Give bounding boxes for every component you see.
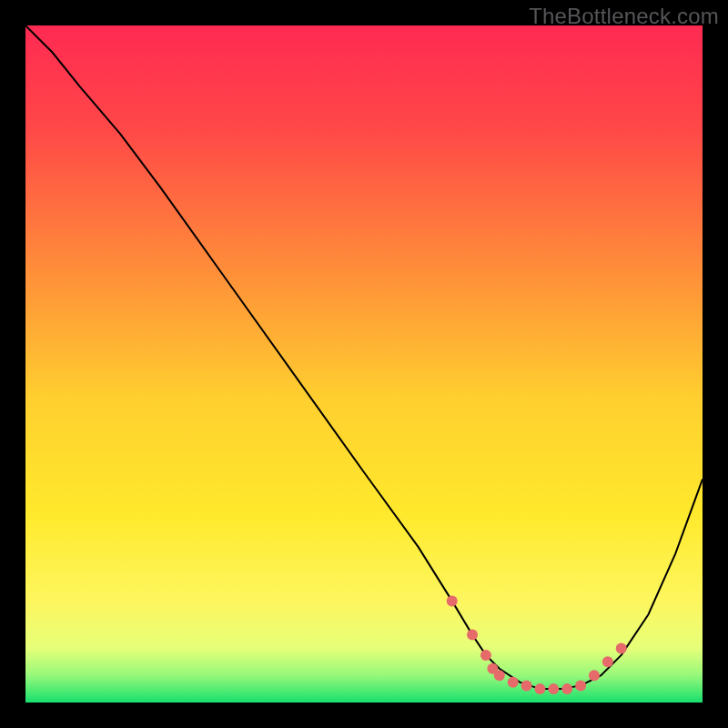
sweet-spot-point bbox=[561, 683, 572, 694]
sweet-spot-point bbox=[534, 683, 545, 694]
sweet-spot-point bbox=[467, 630, 478, 641]
bottleneck-chart bbox=[25, 25, 703, 703]
sweet-spot-point bbox=[480, 650, 491, 661]
sweet-spot-point bbox=[521, 680, 532, 691]
watermark-text: TheBottleneck.com bbox=[529, 4, 719, 29]
sweet-spot-point bbox=[447, 595, 458, 606]
sweet-spot-point bbox=[616, 642, 627, 653]
sweet-spot-point bbox=[575, 680, 586, 691]
sweet-spot-point bbox=[548, 683, 559, 694]
chart-background bbox=[25, 25, 703, 703]
sweet-spot-point bbox=[508, 677, 519, 688]
sweet-spot-point bbox=[602, 656, 613, 667]
chart-frame: TheBottleneck.com bbox=[0, 0, 728, 728]
sweet-spot-point bbox=[494, 670, 505, 681]
sweet-spot-point bbox=[589, 670, 600, 681]
